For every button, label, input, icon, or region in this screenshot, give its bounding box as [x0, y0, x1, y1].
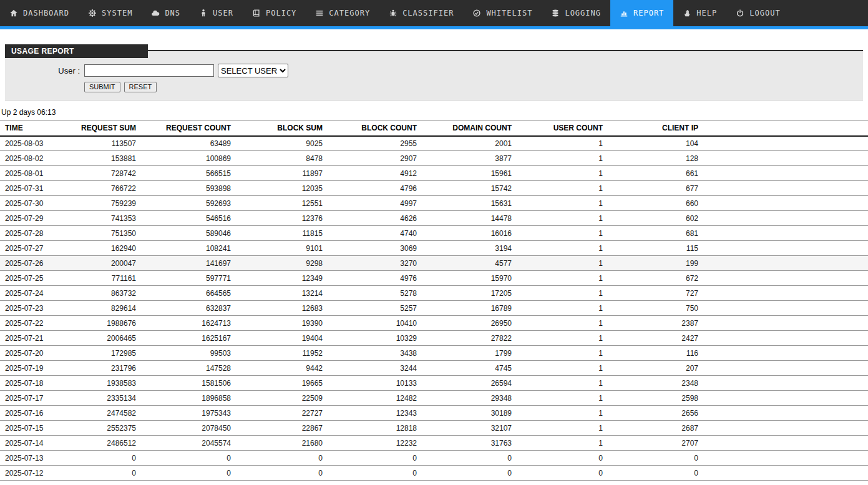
cell-value: 12035	[231, 181, 323, 196]
cell-value: 593898	[136, 181, 231, 196]
cell-time: 2025-07-17	[0, 391, 69, 406]
cell-filler	[698, 466, 868, 481]
cell-value: 4740	[323, 226, 417, 241]
cell-value: 1	[512, 316, 603, 331]
cell-value: 1	[512, 286, 603, 301]
cell-value: 1	[512, 256, 603, 271]
table-row: 2025-08-021538811008698478290738771128	[0, 151, 868, 166]
cell-value: 2348	[603, 376, 698, 391]
cell-value: 677	[603, 181, 698, 196]
nav-item-label: WHITELIST	[486, 9, 532, 17]
cell-value: 5278	[323, 286, 417, 301]
nav-item-user[interactable]: USER	[190, 0, 243, 29]
cell-value: 99503	[136, 346, 231, 361]
table-row: 2025-07-17233513418968582250912482293481…	[0, 391, 868, 406]
table-row: 2025-07-15255237520784502286712818321071…	[0, 421, 868, 436]
table-row: 2025-07-28751350589046118154740160161681	[0, 226, 868, 241]
cell-value: 0	[136, 466, 231, 481]
cell-filler	[698, 256, 868, 271]
table-row: 2025-07-30759239592693125514997156311660	[0, 196, 868, 211]
cell-value: 141697	[136, 256, 231, 271]
nav-item-policy[interactable]: POLICY	[243, 0, 306, 29]
cell-filler	[698, 301, 868, 316]
cell-value: 12349	[231, 271, 323, 286]
cell-value: 12232	[323, 436, 417, 451]
nav-item-help[interactable]: HELP	[673, 0, 726, 29]
nav-item-dns[interactable]: DNS	[142, 0, 190, 29]
cell-value: 0	[69, 466, 136, 481]
nav-item-dashboard[interactable]: DASHBOARD	[0, 0, 79, 29]
cell-value: 1	[512, 211, 603, 226]
nav-item-classifier[interactable]: CLASSIFIER	[379, 0, 463, 29]
cell-value: 12818	[323, 421, 417, 436]
nav-item-whitelist[interactable]: WHITELIST	[463, 0, 542, 29]
cell-filler	[698, 211, 868, 226]
cell-value: 19390	[231, 316, 323, 331]
table-row: 2025-07-29741353546516123764626144781602	[0, 211, 868, 226]
cell-time: 2025-07-27	[0, 241, 69, 256]
nav-item-system[interactable]: SYSTEM	[79, 0, 142, 29]
cell-value: 1	[512, 331, 603, 346]
column-header: DOMAIN COUNT	[417, 121, 512, 136]
home-icon	[9, 9, 18, 17]
cell-value: 4745	[417, 361, 512, 376]
table-row: 2025-07-18193858315815061966510133265941…	[0, 376, 868, 391]
cell-value: 1938583	[69, 376, 136, 391]
cell-time: 2025-07-12	[0, 466, 69, 481]
cell-value: 1	[512, 376, 603, 391]
table-row: 2025-07-31766722593898120354796157421677	[0, 181, 868, 196]
cell-value: 12683	[231, 301, 323, 316]
nav-item-logout[interactable]: LOGOUT	[726, 0, 789, 29]
column-header: BLOCK SUM	[231, 121, 323, 136]
top-nav: DASHBOARDSYSTEMDNSUSERPOLICYCATEGORYCLAS…	[0, 0, 868, 29]
nav-item-category[interactable]: CATEGORY	[306, 0, 379, 29]
cell-value: 10410	[323, 316, 417, 331]
cell-value: 1	[512, 361, 603, 376]
nav-item-label: USER	[213, 9, 233, 17]
table-row: 2025-07-120000000	[0, 466, 868, 481]
cell-value: 11897	[231, 166, 323, 181]
cell-value: 2001	[417, 136, 512, 151]
user-select[interactable]: SELECT USER	[218, 64, 288, 77]
cell-filler	[698, 241, 868, 256]
nav-item-report[interactable]: REPORT	[610, 0, 673, 29]
nav-item-label: DNS	[165, 9, 180, 17]
table-row: 2025-07-25771161597771123494976159701672	[0, 271, 868, 286]
cell-filler	[698, 226, 868, 241]
cell-filler	[698, 421, 868, 436]
submit-button[interactable]: SUBMIT	[84, 82, 120, 92]
table-row: 2025-07-262000471416979298327045771199	[0, 256, 868, 271]
cell-filler	[698, 451, 868, 466]
cell-value: 0	[231, 451, 323, 466]
reset-button[interactable]: RESET	[124, 82, 157, 92]
cell-value: 16016	[417, 226, 512, 241]
database-icon	[551, 9, 560, 17]
cell-value: 829614	[69, 301, 136, 316]
cell-value: 750	[603, 301, 698, 316]
cell-value: 22509	[231, 391, 323, 406]
cell-value: 0	[69, 451, 136, 466]
user-input[interactable]	[84, 64, 214, 77]
cell-filler	[698, 166, 868, 181]
cell-value: 0	[603, 451, 698, 466]
user-label: User :	[5, 66, 80, 76]
cell-value: 22867	[231, 421, 323, 436]
table-row: 2025-08-01728742566515118974912159611661	[0, 166, 868, 181]
cell-value: 672	[603, 271, 698, 286]
cell-value: 162940	[69, 241, 136, 256]
cell-time: 2025-07-25	[0, 271, 69, 286]
bar-chart-icon	[620, 9, 628, 17]
cell-value: 863732	[69, 286, 136, 301]
cell-value: 200047	[69, 256, 136, 271]
cell-value: 26594	[417, 376, 512, 391]
cell-value: 113507	[69, 136, 136, 151]
cell-value: 759239	[69, 196, 136, 211]
cell-filler	[698, 136, 868, 151]
cell-value: 2907	[323, 151, 417, 166]
cell-value: 1	[512, 406, 603, 421]
cell-value: 11952	[231, 346, 323, 361]
nav-item-logging[interactable]: LOGGING	[542, 0, 610, 29]
cell-value: 3877	[417, 151, 512, 166]
cell-value: 19404	[231, 331, 323, 346]
nav-item-label: SYSTEM	[102, 9, 132, 17]
